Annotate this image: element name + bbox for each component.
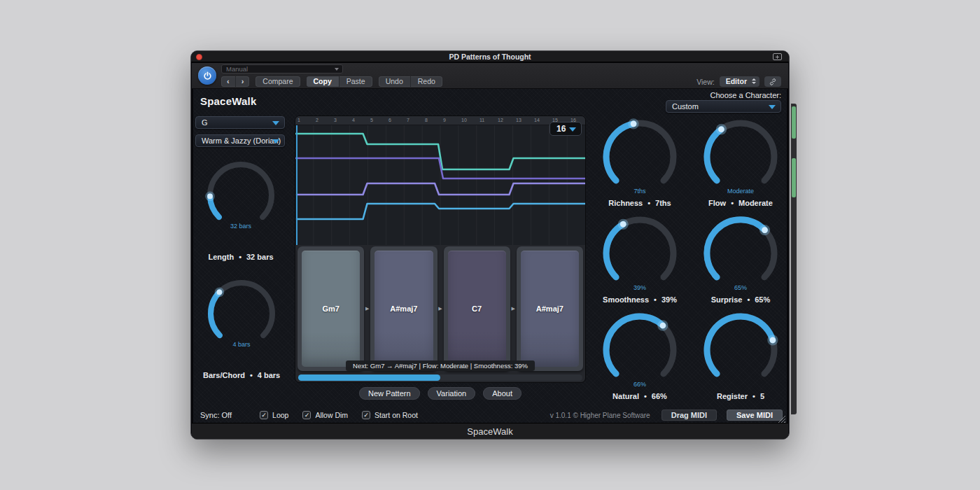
bars-per-chord-knob-unit: 4 bars Bars/Chord•4 bars — [203, 276, 280, 379]
ruler-tick-label: 8 — [425, 118, 428, 122]
background-level-meter — [791, 104, 797, 414]
register-knob[interactable] — [699, 309, 782, 391]
new-pattern-button[interactable]: New Pattern — [359, 387, 420, 400]
sync-toggle[interactable]: Sync: Off — [200, 411, 232, 419]
power-button[interactable] — [198, 66, 216, 85]
surprise-knob[interactable]: 65% — [699, 212, 782, 295]
ruler-tick-label: 13 — [516, 118, 522, 122]
about-button[interactable]: About — [483, 387, 522, 400]
checkbox[interactable]: ✓ — [260, 411, 268, 419]
progress-fill — [298, 374, 440, 381]
bars-value: 16 — [556, 124, 566, 134]
bars-per-chord-caption: Bars/Chord•4 bars — [203, 371, 280, 379]
undo-redo-group: Undo Redo — [379, 76, 442, 87]
checkbox[interactable]: ✓ — [302, 411, 311, 419]
preset-dropdown[interactable]: Manual — [221, 64, 343, 74]
smoothness-knob-unit: 39% Smoothness•39% — [598, 212, 681, 304]
link-button[interactable] — [764, 76, 781, 87]
chevron-down-icon — [335, 68, 339, 71]
length-knob[interactable]: 32 bars — [203, 158, 279, 233]
flow-caption: Flow•Moderate — [708, 199, 773, 207]
save-midi-button[interactable]: Save MIDI — [727, 410, 783, 421]
ruler-tick-label: 11 — [479, 118, 484, 122]
compare-button[interactable]: Compare — [255, 76, 300, 87]
voice-lines — [295, 116, 585, 245]
bullet-separator: • — [250, 371, 253, 379]
surprise-caption: Surprise•65% — [711, 295, 771, 304]
window-title: PD Patterns of Thought — [191, 52, 789, 61]
chord-block[interactable]: Gm7 — [298, 246, 364, 371]
chord-label: A#maj7 — [390, 304, 417, 313]
up-down-chevrons-icon — [752, 78, 756, 84]
ruler-tick-label: 12 — [498, 118, 503, 122]
dropdown-arrow-icon — [272, 121, 279, 125]
bars-dropdown[interactable]: 16 — [550, 122, 582, 136]
preset-nav-group: ‹ › — [221, 76, 249, 87]
plugin-body: SpaceWalk Choose a Character: Custom G W… — [193, 89, 787, 423]
plugin-title: SpaceWalk — [200, 95, 256, 107]
knob-value-label: 66% — [598, 381, 681, 388]
bullet-separator: • — [239, 253, 241, 261]
dropdown-arrow-icon — [769, 105, 776, 109]
power-icon — [202, 71, 213, 81]
link-icon — [769, 78, 777, 86]
action-buttons: New Pattern Variation About — [295, 387, 586, 400]
checkbox[interactable]: ✓ — [362, 411, 370, 419]
knob-value-label: 32 bars — [203, 223, 279, 230]
chord-block[interactable]: A#maj7 — [370, 246, 437, 371]
chord-block[interactable]: C7 — [444, 246, 510, 371]
flow-knob[interactable]: Moderate — [699, 115, 782, 198]
bars-per-chord-knob[interactable]: 4 bars — [204, 276, 279, 351]
caption-text: Smoothness — [603, 295, 649, 304]
character-dropdown[interactable]: Custom — [666, 100, 781, 113]
chord-label: C7 — [472, 304, 482, 313]
knob-value-label: Moderate — [699, 188, 782, 195]
bullet-separator: • — [648, 199, 650, 207]
chord-label: A#maj7 — [536, 304, 564, 313]
key-dropdown[interactable]: G — [195, 116, 285, 129]
caption-text: 5 — [760, 392, 764, 400]
next-preset-button[interactable]: › — [235, 76, 250, 87]
pattern-progress-bar[interactable] — [298, 374, 582, 381]
checkbox-label: Loop — [272, 411, 288, 419]
meter-segment — [792, 158, 796, 197]
undo-button[interactable]: Undo — [379, 76, 410, 87]
caption-text: Length — [208, 253, 234, 261]
length-caption: Length•32 bars — [208, 253, 273, 261]
caption-text: Richness — [608, 199, 643, 207]
sequencer-voice-3 — [297, 183, 585, 195]
dropdown-arrow-icon — [569, 127, 576, 132]
caption-text: 39% — [662, 295, 677, 304]
checkbox-row: ✓Loop✓Allow Dim✓Start on Root — [260, 411, 418, 419]
ruler-tick-label: 3 — [334, 118, 337, 122]
variation-button[interactable]: Variation — [428, 387, 476, 400]
host-toolbar: Manual ‹ › Compare Copy Paste Undo Redo … — [192, 63, 788, 89]
redo-button[interactable]: Redo — [410, 76, 442, 87]
view-label: View: — [696, 78, 715, 86]
richness-knob[interactable]: 7ths — [598, 115, 681, 198]
richness-caption: Richness•7ths — [608, 199, 671, 207]
bar-ruler: 12345678910111213141516 — [295, 116, 585, 125]
view-mode-select[interactable]: Editor — [720, 76, 760, 87]
sequencer-panel: 12345678910111213141516 16 Gm7▶A#maj7▶C7… — [295, 115, 586, 383]
natural-knob-unit: 66% Natural•66% — [598, 309, 681, 400]
prev-preset-button[interactable]: ‹ — [221, 76, 235, 87]
sequencer-voice-4 — [297, 204, 585, 219]
paste-button[interactable]: Paste — [339, 76, 372, 87]
voice-graph[interactable]: 12345678910111213141516 16 — [295, 116, 585, 245]
drag-midi-button[interactable]: Drag MIDI — [662, 410, 717, 421]
knob-value-label: 39% — [598, 284, 681, 291]
smoothness-knob[interactable]: 39% — [598, 212, 681, 295]
style-dropdown[interactable]: Warm & Jazzy (Dorian) — [195, 134, 285, 147]
chord-block[interactable]: A#maj7 — [517, 246, 583, 371]
zoom-window-icon[interactable] — [773, 53, 782, 60]
ruler-tick-label: 1 — [298, 118, 300, 122]
view-mode-value: Editor — [726, 77, 747, 85]
natural-knob[interactable]: 66% — [598, 309, 681, 391]
view-controls: View: Editor — [696, 76, 781, 87]
ruler-tick-label: 4 — [352, 118, 355, 122]
copy-button[interactable]: Copy — [307, 76, 339, 87]
sequencer-voice-2 — [295, 158, 585, 178]
playhead — [296, 125, 298, 245]
flow-knob-unit: Moderate Flow•Moderate — [699, 115, 782, 207]
